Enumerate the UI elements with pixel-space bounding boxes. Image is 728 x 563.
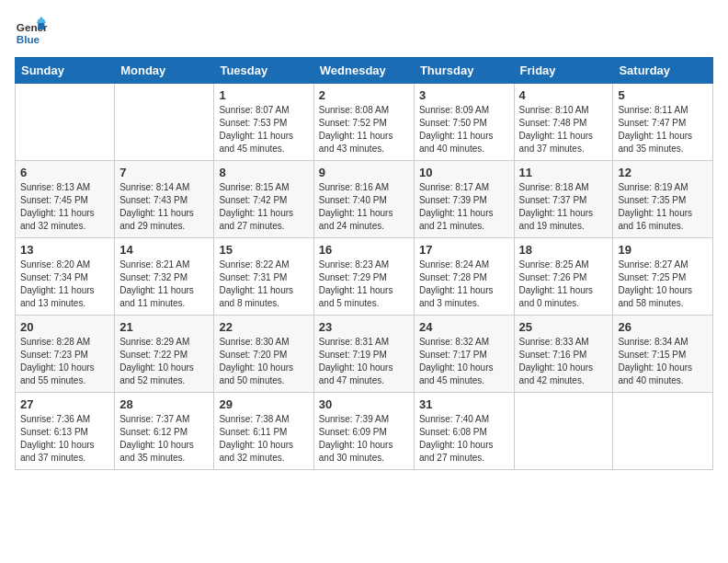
day-number: 12 bbox=[618, 166, 708, 179]
day-number: 21 bbox=[119, 320, 209, 334]
day-content: Sunrise: 7:37 AM Sunset: 6:12 PM Dayligh… bbox=[119, 413, 209, 465]
day-content: Sunrise: 8:19 AM Sunset: 7:35 PM Dayligh… bbox=[618, 181, 708, 233]
week-row-3: 13Sunrise: 8:20 AM Sunset: 7:34 PM Dayli… bbox=[16, 238, 713, 316]
day-number: 3 bbox=[419, 88, 509, 102]
calendar-cell bbox=[514, 393, 613, 470]
day-header-monday: Monday bbox=[115, 58, 214, 84]
day-content: Sunrise: 8:10 AM Sunset: 7:48 PM Dayligh… bbox=[519, 104, 609, 155]
day-content: Sunrise: 7:40 AM Sunset: 6:08 PM Dayligh… bbox=[419, 413, 509, 465]
calendar-cell: 7Sunrise: 8:14 AM Sunset: 7:43 PM Daylig… bbox=[115, 161, 214, 238]
day-number: 14 bbox=[119, 243, 209, 257]
calendar-cell: 16Sunrise: 8:23 AM Sunset: 7:29 PM Dayli… bbox=[313, 238, 414, 316]
calendar-cell: 25Sunrise: 8:33 AM Sunset: 7:16 PM Dayli… bbox=[514, 316, 613, 393]
day-header-friday: Friday bbox=[514, 58, 613, 84]
calendar-cell bbox=[16, 84, 115, 161]
calendar-cell: 21Sunrise: 8:29 AM Sunset: 7:22 PM Dayli… bbox=[115, 316, 214, 393]
calendar-cell: 9Sunrise: 8:16 AM Sunset: 7:40 PM Daylig… bbox=[313, 161, 414, 238]
calendar-cell: 27Sunrise: 7:36 AM Sunset: 6:13 PM Dayli… bbox=[16, 393, 115, 470]
day-content: Sunrise: 8:24 AM Sunset: 7:28 PM Dayligh… bbox=[419, 259, 509, 310]
calendar-cell: 2Sunrise: 8:08 AM Sunset: 7:52 PM Daylig… bbox=[313, 84, 414, 161]
day-number: 13 bbox=[20, 243, 109, 257]
calendar-cell: 12Sunrise: 8:19 AM Sunset: 7:35 PM Dayli… bbox=[613, 161, 713, 238]
calendar-cell bbox=[613, 393, 713, 470]
calendar-cell: 4Sunrise: 8:10 AM Sunset: 7:48 PM Daylig… bbox=[514, 84, 613, 161]
calendar-cell: 3Sunrise: 8:09 AM Sunset: 7:50 PM Daylig… bbox=[414, 84, 514, 161]
day-header-thursday: Thursday bbox=[414, 58, 514, 84]
day-content: Sunrise: 8:30 AM Sunset: 7:20 PM Dayligh… bbox=[219, 336, 308, 387]
day-number: 6 bbox=[20, 166, 109, 179]
day-number: 9 bbox=[319, 166, 409, 179]
day-number: 19 bbox=[618, 243, 708, 257]
day-number: 29 bbox=[219, 397, 308, 411]
day-content: Sunrise: 8:21 AM Sunset: 7:32 PM Dayligh… bbox=[119, 259, 209, 310]
day-content: Sunrise: 8:22 AM Sunset: 7:31 PM Dayligh… bbox=[219, 259, 308, 310]
day-content: Sunrise: 8:28 AM Sunset: 7:23 PM Dayligh… bbox=[20, 336, 109, 387]
day-content: Sunrise: 8:23 AM Sunset: 7:29 PM Dayligh… bbox=[319, 259, 409, 310]
day-number: 8 bbox=[219, 166, 308, 179]
day-number: 5 bbox=[618, 88, 708, 102]
day-number: 16 bbox=[319, 243, 409, 257]
calendar-cell: 23Sunrise: 8:31 AM Sunset: 7:19 PM Dayli… bbox=[313, 316, 414, 393]
day-content: Sunrise: 8:09 AM Sunset: 7:50 PM Dayligh… bbox=[419, 104, 509, 155]
day-content: Sunrise: 7:39 AM Sunset: 6:09 PM Dayligh… bbox=[319, 413, 409, 465]
logo: General Blue bbox=[15, 15, 48, 48]
day-content: Sunrise: 8:14 AM Sunset: 7:43 PM Dayligh… bbox=[119, 181, 209, 233]
day-content: Sunrise: 8:08 AM Sunset: 7:52 PM Dayligh… bbox=[319, 104, 409, 155]
day-header-sunday: Sunday bbox=[16, 58, 115, 84]
day-content: Sunrise: 8:11 AM Sunset: 7:47 PM Dayligh… bbox=[618, 104, 708, 155]
day-header-saturday: Saturday bbox=[613, 58, 713, 84]
week-row-1: 1Sunrise: 8:07 AM Sunset: 7:53 PM Daylig… bbox=[16, 84, 713, 161]
day-number: 23 bbox=[319, 320, 409, 334]
week-row-2: 6Sunrise: 8:13 AM Sunset: 7:45 PM Daylig… bbox=[16, 161, 713, 238]
day-content: Sunrise: 7:38 AM Sunset: 6:11 PM Dayligh… bbox=[219, 413, 308, 465]
day-content: Sunrise: 8:13 AM Sunset: 7:45 PM Dayligh… bbox=[20, 181, 109, 233]
calendar-cell: 11Sunrise: 8:18 AM Sunset: 7:37 PM Dayli… bbox=[514, 161, 613, 238]
day-number: 22 bbox=[219, 320, 308, 334]
day-number: 26 bbox=[618, 320, 708, 334]
calendar-cell: 8Sunrise: 8:15 AM Sunset: 7:42 PM Daylig… bbox=[214, 161, 313, 238]
day-number: 27 bbox=[20, 397, 109, 411]
day-content: Sunrise: 8:33 AM Sunset: 7:16 PM Dayligh… bbox=[519, 336, 609, 387]
calendar-cell bbox=[115, 84, 214, 161]
calendar-cell: 18Sunrise: 8:25 AM Sunset: 7:26 PM Dayli… bbox=[514, 238, 613, 316]
day-number: 2 bbox=[319, 88, 409, 102]
day-number: 10 bbox=[419, 166, 509, 179]
calendar-cell: 1Sunrise: 8:07 AM Sunset: 7:53 PM Daylig… bbox=[214, 84, 313, 161]
svg-text:Blue: Blue bbox=[17, 33, 40, 45]
day-content: Sunrise: 8:07 AM Sunset: 7:53 PM Dayligh… bbox=[219, 104, 308, 155]
calendar-table: SundayMondayTuesdayWednesdayThursdayFrid… bbox=[15, 57, 713, 470]
calendar-cell: 6Sunrise: 8:13 AM Sunset: 7:45 PM Daylig… bbox=[16, 161, 115, 238]
day-content: Sunrise: 8:27 AM Sunset: 7:25 PM Dayligh… bbox=[618, 259, 708, 310]
day-content: Sunrise: 8:20 AM Sunset: 7:34 PM Dayligh… bbox=[20, 259, 109, 310]
day-content: Sunrise: 8:18 AM Sunset: 7:37 PM Dayligh… bbox=[519, 181, 609, 233]
day-number: 30 bbox=[319, 397, 409, 411]
day-content: Sunrise: 7:36 AM Sunset: 6:13 PM Dayligh… bbox=[20, 413, 109, 465]
day-number: 31 bbox=[419, 397, 509, 411]
day-number: 11 bbox=[519, 166, 609, 179]
day-number: 15 bbox=[219, 243, 308, 257]
calendar-cell: 31Sunrise: 7:40 AM Sunset: 6:08 PM Dayli… bbox=[414, 393, 514, 470]
day-content: Sunrise: 8:29 AM Sunset: 7:22 PM Dayligh… bbox=[119, 336, 209, 387]
day-content: Sunrise: 8:17 AM Sunset: 7:39 PM Dayligh… bbox=[419, 181, 509, 233]
day-number: 7 bbox=[119, 166, 209, 179]
day-header-wednesday: Wednesday bbox=[313, 58, 414, 84]
week-row-4: 20Sunrise: 8:28 AM Sunset: 7:23 PM Dayli… bbox=[16, 316, 713, 393]
calendar-cell: 15Sunrise: 8:22 AM Sunset: 7:31 PM Dayli… bbox=[214, 238, 313, 316]
calendar-cell: 24Sunrise: 8:32 AM Sunset: 7:17 PM Dayli… bbox=[414, 316, 514, 393]
calendar-cell: 13Sunrise: 8:20 AM Sunset: 7:34 PM Dayli… bbox=[16, 238, 115, 316]
day-number: 17 bbox=[419, 243, 509, 257]
calendar-cell: 29Sunrise: 7:38 AM Sunset: 6:11 PM Dayli… bbox=[214, 393, 313, 470]
calendar-cell: 30Sunrise: 7:39 AM Sunset: 6:09 PM Dayli… bbox=[313, 393, 414, 470]
day-header-tuesday: Tuesday bbox=[214, 58, 313, 84]
week-row-5: 27Sunrise: 7:36 AM Sunset: 6:13 PM Dayli… bbox=[16, 393, 713, 470]
calendar-cell: 28Sunrise: 7:37 AM Sunset: 6:12 PM Dayli… bbox=[115, 393, 214, 470]
calendar-cell: 22Sunrise: 8:30 AM Sunset: 7:20 PM Dayli… bbox=[214, 316, 313, 393]
day-content: Sunrise: 8:16 AM Sunset: 7:40 PM Dayligh… bbox=[319, 181, 409, 233]
calendar-cell: 14Sunrise: 8:21 AM Sunset: 7:32 PM Dayli… bbox=[115, 238, 214, 316]
day-number: 18 bbox=[519, 243, 609, 257]
calendar-cell: 20Sunrise: 8:28 AM Sunset: 7:23 PM Dayli… bbox=[16, 316, 115, 393]
day-number: 28 bbox=[119, 397, 209, 411]
day-number: 25 bbox=[519, 320, 609, 334]
day-number: 1 bbox=[219, 88, 308, 102]
header-row: SundayMondayTuesdayWednesdayThursdayFrid… bbox=[16, 58, 713, 84]
